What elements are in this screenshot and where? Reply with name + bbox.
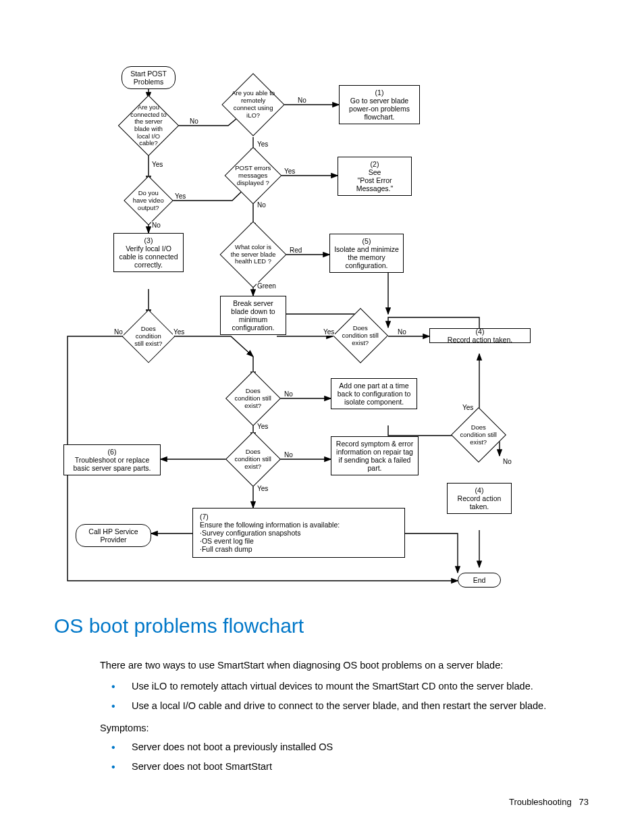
process-break-down: Break server blade down to minimum confi… bbox=[220, 296, 286, 335]
label-yes: Yes bbox=[151, 161, 163, 168]
label-no: No bbox=[113, 328, 124, 336]
process-poweron-flowchart: (1) Go to server blade power-on problems… bbox=[339, 85, 420, 124]
bullet-text: Use iLO to remotely attach virtual devic… bbox=[132, 681, 591, 692]
label-red: Red bbox=[289, 246, 302, 254]
process-isolate-memory: (5) Isolate and minimize the memory conf… bbox=[329, 234, 404, 273]
process-record-action-a: (4) Record action taken. bbox=[429, 328, 531, 343]
bullet-icon: • bbox=[111, 741, 115, 754]
start-terminal: Start POST Problems bbox=[122, 66, 176, 89]
label-no: No bbox=[397, 328, 407, 336]
label-yes: Yes bbox=[284, 167, 296, 175]
bullet-text: Server does not boot a previously instal… bbox=[132, 741, 591, 752]
label-yes: Yes bbox=[257, 423, 269, 430]
call-hp-terminal: Call HP Service Provider bbox=[76, 524, 151, 547]
label-yes: Yes bbox=[173, 328, 185, 336]
process-verify-cable: (3) Verify local I/O cable is connected … bbox=[113, 233, 184, 272]
section-heading: OS boot problems flowchart bbox=[54, 615, 304, 637]
label-no: No bbox=[284, 451, 294, 459]
bullet-text: Server does not boot SmartStart bbox=[132, 761, 591, 772]
bullet-icon: • bbox=[111, 700, 115, 712]
label-yes: Yes bbox=[174, 192, 186, 200]
footer-section: Troubleshooting bbox=[509, 797, 572, 807]
bullet-icon: • bbox=[111, 761, 115, 773]
label-green: Green bbox=[257, 282, 277, 290]
post-problems-flowchart: Start POST Problems Are you connected to… bbox=[54, 61, 540, 591]
label-no: No bbox=[297, 97, 307, 104]
label-no: No bbox=[502, 458, 512, 465]
process-record-symptom: Record symptom & error information on re… bbox=[331, 436, 419, 475]
symptoms-label: Symptoms: bbox=[100, 721, 586, 735]
bullet-icon: • bbox=[111, 681, 115, 693]
label-yes: Yes bbox=[462, 404, 474, 411]
label-yes: Yes bbox=[323, 328, 335, 336]
label-no: No bbox=[151, 221, 161, 229]
bullet-text: Use a local I/O cable and drive to conne… bbox=[132, 700, 591, 711]
intro-paragraph: There are two ways to use SmartStart whe… bbox=[100, 658, 586, 673]
end-terminal: End bbox=[458, 573, 501, 588]
page-footer: Troubleshooting 73 bbox=[509, 797, 589, 807]
process-post-messages: (2) See "Post Error Messages." bbox=[338, 157, 412, 196]
process-ensure-info: (7) Ensure the following information is … bbox=[192, 508, 405, 558]
label-no: No bbox=[284, 390, 294, 398]
label-yes: Yes bbox=[257, 485, 269, 492]
footer-page-number: 73 bbox=[579, 797, 589, 807]
process-record-action-b: (4) Record action taken. bbox=[447, 483, 512, 514]
process-add-one-part: Add one part at a time back to configura… bbox=[331, 378, 417, 409]
label-yes: Yes bbox=[257, 140, 269, 148]
process-troubleshoot: (6) Troubleshoot or replace basic server… bbox=[63, 444, 161, 475]
label-no: No bbox=[257, 201, 267, 209]
label-no: No bbox=[189, 118, 199, 125]
